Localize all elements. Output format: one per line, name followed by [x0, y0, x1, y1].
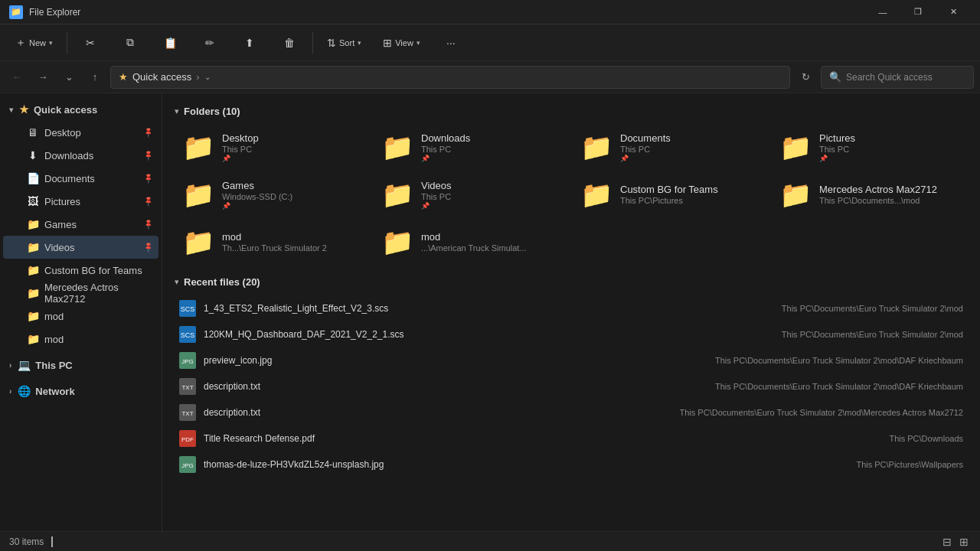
sidebar-item-mod2[interactable]: 📁 mod [3, 328, 158, 350]
view-dropdown-icon: ▾ [416, 39, 420, 47]
recent-item-2[interactable]: JPG preview_icon.jpg This PC\Documents\E… [175, 347, 968, 373]
folder-videos[interactable]: 📁 Videos This PC 📌 [374, 172, 570, 217]
sidebar-quick-access-header[interactable]: ▾ ★ Quick access [3, 98, 158, 121]
folder-mod2[interactable]: 📁 mod ...\American Truck Simulat... [374, 220, 570, 264]
back-button[interactable]: ← [6, 67, 28, 88]
folder-desktop[interactable]: 📁 Desktop This PC 📌 [175, 125, 371, 169]
recent-item-4[interactable]: TXT description.txt This PC\Documents\Eu… [175, 399, 968, 425]
svg-text:PDF: PDF [181, 436, 194, 443]
folder-custombg[interactable]: 📁 Custom BG for Teams This PC\Pictures [573, 172, 769, 217]
grid-view-button[interactable]: ⊟ [940, 534, 954, 549]
recent-item-5[interactable]: PDF Title Research Defense.pdf This PC\D… [175, 425, 968, 452]
recent-toggle-icon[interactable]: ▾ [175, 277, 179, 287]
list-view-button[interactable]: ⊞ [957, 534, 971, 549]
sidebar-item-games[interactable]: 📁 Games 📌 [3, 213, 158, 236]
sidebar-item-mod1[interactable]: 📁 mod [3, 305, 158, 328]
maximize-button[interactable]: ❐ [900, 0, 936, 24]
sidebar-item-downloads[interactable]: ⬇ Downloads 📌 [3, 144, 158, 167]
sidebar-item-pictures[interactable]: 🖼 Pictures 📌 [3, 190, 158, 213]
new-button[interactable]: ＋ New ▾ [6, 28, 62, 58]
folder-mod1-info: mod Th...\Euro Truck Simulator 2 [222, 231, 327, 253]
documents-icon: 📄 [26, 172, 40, 184]
recent-txt2-path: This PC\Documents\Euro Truck Simulator 2… [680, 408, 963, 417]
folder-games[interactable]: 📁 Games Windows-SSD (C:) 📌 [175, 172, 371, 217]
pictures-icon: 🖼 [26, 195, 40, 207]
folder-downloads[interactable]: 📁 Downloads This PC 📌 [374, 125, 570, 169]
sidebar-network-label: Network [35, 386, 152, 397]
recent-files-list: SCS 1_43_ETS2_Realistic_Light_Effect_V2_… [175, 295, 968, 478]
folder-documents[interactable]: 📁 Documents This PC 📌 [573, 125, 769, 169]
sidebar-item-mercedes[interactable]: 📁 Mercedes Actros Max2712 [3, 282, 158, 305]
copy-button[interactable]: ⧉ [112, 28, 149, 58]
folder-videos-pin: 📌 [421, 202, 452, 210]
minimize-button[interactable]: — [865, 0, 900, 24]
items-count: 30 items [9, 536, 44, 547]
folder-downloads-pin: 📌 [421, 155, 470, 162]
more-button[interactable]: ··· [433, 28, 469, 58]
folder-documents-info: Documents This PC 📌 [620, 132, 671, 162]
recent-item-1[interactable]: SCS 120KM_HQ_Dashboard_DAF_2021_V2_2_1.s… [175, 321, 968, 347]
quick-access-section: ▾ ★ Quick access 🖥 Desktop 📌 ⬇ Downloads… [0, 96, 162, 352]
sidebar-games-label: Games [44, 219, 139, 230]
sidebar-item-custombg[interactable]: 📁 Custom BG for Teams [3, 259, 158, 282]
app-icon: 📁 [9, 5, 23, 19]
sidebar-custombg-label: Custom BG for Teams [44, 265, 152, 276]
recent-section-header: ▾ Recent files (20) [175, 276, 968, 288]
recent-txt2-name: description.txt [204, 407, 672, 418]
folder-videos-sub: This PC [421, 192, 452, 201]
quick-access-star-icon: ★ [19, 103, 29, 116]
downloads-pin-icon: 📌 [142, 150, 154, 161]
delete-button[interactable]: 🗑 [271, 28, 308, 58]
copy-icon: ⧉ [126, 36, 134, 49]
folder-documents-sub: This PC [620, 145, 671, 154]
new-dropdown-icon: ▾ [49, 39, 53, 47]
cut-button[interactable]: ✂ [72, 28, 109, 58]
search-input[interactable] [846, 72, 965, 83]
recent-scs1-icon: SCS [179, 300, 196, 317]
sort-label: Sort [339, 38, 354, 47]
close-button[interactable]: ✕ [936, 0, 971, 24]
sort-button[interactable]: ⇅ Sort ▾ [318, 28, 371, 58]
rename-button[interactable]: ✏ [191, 28, 228, 58]
new-icon: ＋ [15, 36, 26, 50]
folder-downloads-name: Downloads [421, 132, 470, 144]
folder-mod2-icon: 📁 [381, 227, 413, 257]
folder-videos-name: Videos [421, 180, 452, 191]
this-pc-chevron: › [9, 361, 11, 370]
folder-pictures[interactable]: 📁 Pictures This PC 📌 [772, 125, 968, 169]
mod2-icon: 📁 [26, 333, 40, 345]
custombg-icon: 📁 [26, 264, 40, 276]
sidebar-item-documents[interactable]: 📄 Documents 📌 [3, 167, 158, 190]
folder-desktop-name: Desktop [222, 132, 259, 144]
folder-mod1[interactable]: 📁 mod Th...\Euro Truck Simulator 2 [175, 220, 371, 264]
title-bar: 📁 File Explorer — ❐ ✕ [0, 0, 980, 24]
share-button[interactable]: ⬆ [231, 28, 268, 58]
folder-custombg-info: Custom BG for Teams This PC\Pictures [620, 184, 718, 205]
sidebar-item-desktop[interactable]: 🖥 Desktop 📌 [3, 121, 158, 144]
new-label: New [29, 38, 46, 47]
search-box[interactable]: 🔍 [821, 66, 974, 89]
folder-mercedes-name: Mercedes Actros Max2712 [819, 184, 937, 195]
recent-item-6[interactable]: JPG thomas-de-luze-PH3VkdZL5z4-unsplash.… [175, 452, 968, 478]
toolbar: ＋ New ▾ ✂ ⧉ 📋 ✏ ⬆ 🗑 ⇅ Sort ▾ ⊞ View ▾ ··… [0, 24, 980, 61]
address-box[interactable]: ★ Quick access › ⌄ [110, 66, 790, 89]
view-button[interactable]: ⊞ View ▾ [374, 28, 430, 58]
recent-item-0[interactable]: SCS 1_43_ETS2_Realistic_Light_Effect_V2_… [175, 295, 968, 321]
recent-pdf-name: Title Research Defense.pdf [204, 433, 881, 444]
folder-videos-icon: 📁 [381, 179, 413, 210]
paste-button[interactable]: 📋 [152, 28, 188, 58]
sidebar-this-pc-header[interactable]: › 💻 This PC [3, 354, 158, 377]
up-button[interactable]: ↑ [84, 67, 106, 88]
folder-mercedes[interactable]: 📁 Mercedes Actros Max2712 This PC\Docume… [772, 172, 968, 217]
sidebar-network-header[interactable]: › 🌐 Network [3, 380, 158, 403]
expand-history-button[interactable]: ⌄ [58, 67, 80, 88]
folder-downloads-icon-wrap: 📁 [381, 131, 413, 163]
folders-toggle-icon[interactable]: ▾ [175, 106, 179, 116]
sidebar-quick-access-label: Quick access [34, 104, 152, 116]
desktop-pin-icon: 📌 [142, 127, 154, 139]
refresh-button[interactable]: ↻ [795, 67, 816, 88]
forward-button[interactable]: → [32, 67, 54, 88]
recent-item-3[interactable]: TXT description.txt This PC\Documents\Eu… [175, 373, 968, 399]
sidebar-item-videos[interactable]: 📁 Videos 📌 [3, 236, 158, 259]
folder-desktop-pin: 📌 [222, 155, 259, 162]
